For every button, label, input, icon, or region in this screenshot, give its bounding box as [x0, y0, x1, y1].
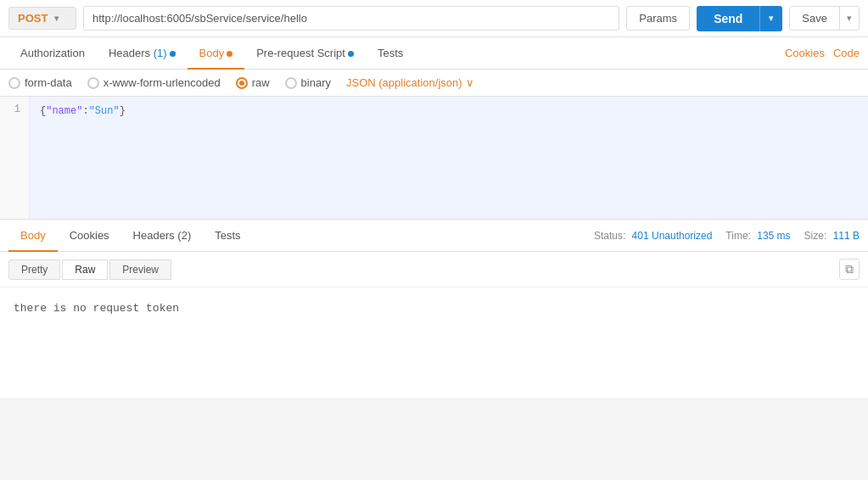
- code-line-1: {"name":"Sun"}: [40, 103, 858, 120]
- content-type-chevron: ∨: [466, 76, 474, 89]
- pre-request-dot: [348, 51, 354, 57]
- resp-tab-cookies[interactable]: Cookies: [58, 220, 121, 252]
- colon: :: [82, 103, 88, 120]
- binary-label: binary: [301, 76, 331, 89]
- x-www-label: x-www-form-urlencoded: [104, 76, 221, 89]
- tab-headers-badge: (1): [154, 47, 167, 59]
- resp-tab-body[interactable]: Body: [8, 220, 58, 252]
- save-button[interactable]: Save: [790, 7, 839, 30]
- save-btn-group: Save ▾: [789, 6, 860, 31]
- option-binary[interactable]: binary: [285, 76, 331, 89]
- tab-pre-request[interactable]: Pre-request Script: [244, 38, 366, 70]
- url-input[interactable]: [83, 6, 619, 31]
- params-button[interactable]: Params: [626, 6, 690, 31]
- status-label: Status: 401 Unauthorized: [594, 230, 712, 242]
- open-brace: {: [40, 103, 46, 120]
- content-type-select[interactable]: JSON (application/json) ∨: [346, 76, 474, 89]
- req-tabs-right: Cookies Code: [785, 47, 860, 59]
- tab-tests[interactable]: Tests: [366, 38, 415, 70]
- send-arrow-button[interactable]: ▾: [759, 6, 782, 31]
- copy-button[interactable]: ⧉: [839, 259, 860, 280]
- key-name: "name": [46, 103, 82, 120]
- radio-form-data[interactable]: [8, 77, 20, 89]
- response-body-text: there is no request token: [14, 302, 179, 315]
- status-text: Status:: [594, 230, 625, 242]
- resp-view-right: ⧉: [839, 259, 860, 280]
- code-editor: 1 {"name":"Sun"}: [0, 97, 868, 220]
- size-value: 111 B: [833, 230, 860, 242]
- value-sun: "Sun": [89, 103, 120, 120]
- body-options: form-data x-www-form-urlencoded raw bina…: [0, 70, 868, 97]
- content-type-label: JSON (application/json): [346, 76, 462, 89]
- resp-tab-tests[interactable]: Tests: [203, 220, 252, 252]
- code-content[interactable]: {"name":"Sun"}: [30, 97, 868, 219]
- headers-dot: [170, 51, 176, 57]
- tab-body[interactable]: Body: [188, 38, 245, 70]
- line-number-1: 1: [8, 103, 20, 115]
- code-link[interactable]: Code: [833, 47, 860, 59]
- option-x-www[interactable]: x-www-form-urlencoded: [87, 76, 221, 89]
- radio-x-www[interactable]: [87, 77, 99, 89]
- tab-pre-request-label: Pre-request Script: [256, 47, 345, 59]
- send-btn-group: Send ▾: [697, 6, 782, 31]
- size-label: Size: 111 B: [804, 230, 860, 242]
- method-select[interactable]: POST ▾: [8, 7, 76, 30]
- option-raw[interactable]: raw: [236, 76, 270, 89]
- response-status-info: Status: 401 Unauthorized Time: 135 ms Si…: [594, 230, 860, 242]
- tab-headers[interactable]: Headers (1): [97, 38, 188, 70]
- cookies-link[interactable]: Cookies: [785, 47, 825, 59]
- radio-raw[interactable]: [236, 77, 248, 89]
- status-value: 401 Unauthorized: [632, 230, 713, 242]
- method-chevron: ▾: [54, 14, 59, 23]
- option-form-data[interactable]: form-data: [8, 76, 72, 89]
- time-label: Time: 135 ms: [725, 230, 790, 242]
- request-tabs: Authorization Headers (1) Body Pre-reque…: [0, 37, 868, 70]
- time-value: 135 ms: [757, 230, 790, 242]
- save-arrow-button[interactable]: ▾: [839, 7, 859, 30]
- response-view-tabs: Pretty Raw Preview ⧉: [0, 252, 868, 287]
- tab-authorization[interactable]: Authorization: [8, 38, 97, 70]
- raw-label: raw: [252, 76, 270, 89]
- radio-binary[interactable]: [285, 77, 297, 89]
- send-button[interactable]: Send: [697, 6, 759, 31]
- response-section: Body Cookies Headers (2) Tests Status: 4…: [0, 220, 868, 398]
- line-numbers: 1: [0, 97, 30, 219]
- view-tab-preview[interactable]: Preview: [109, 260, 171, 280]
- response-body: there is no request token: [0, 287, 868, 398]
- tab-headers-label: Headers: [109, 47, 154, 59]
- method-label: POST: [18, 12, 48, 25]
- resp-tab-headers[interactable]: Headers (2): [121, 220, 204, 252]
- view-tab-raw[interactable]: Raw: [62, 260, 108, 280]
- close-brace: }: [120, 103, 126, 120]
- view-tab-pretty[interactable]: Pretty: [8, 260, 60, 280]
- body-dot: [227, 51, 232, 57]
- top-bar: POST ▾ Params Send ▾ Save ▾: [0, 0, 868, 37]
- response-tabs-bar: Body Cookies Headers (2) Tests Status: 4…: [0, 220, 868, 252]
- form-data-label: form-data: [25, 76, 72, 89]
- tab-body-label: Body: [199, 47, 225, 59]
